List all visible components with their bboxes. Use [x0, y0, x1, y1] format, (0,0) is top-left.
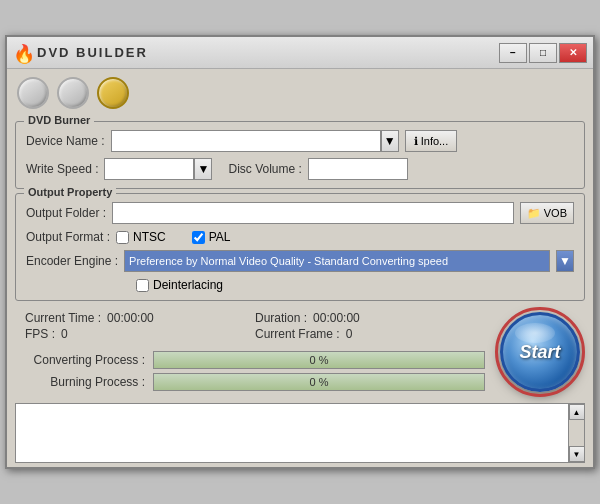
encoder-value: Preference by Normal Video Quality - Sta…	[129, 255, 448, 267]
output-property-label: Output Property	[24, 186, 116, 198]
output-property-section: Output Property Output Folder : c:\Temp\…	[15, 193, 585, 301]
device-name-input[interactable]	[111, 130, 381, 152]
start-button-label: Start	[519, 342, 560, 363]
burning-process-label: Burning Process :	[25, 375, 145, 389]
deinterlacing-label: Deinterlacing	[153, 278, 223, 292]
encoder-select[interactable]: Preference by Normal Video Quality - Sta…	[124, 250, 550, 272]
stats-left: Current Time : 00:00:00 Duration : 00:00…	[15, 305, 495, 399]
write-speed-row: Write Speed : ▼ Disc Volume : DVD_DISC	[26, 158, 574, 180]
dvd-burner-label: DVD Burner	[24, 114, 94, 126]
vob-button[interactable]: 📁 VOB	[520, 202, 574, 224]
start-button[interactable]: Start	[500, 312, 580, 392]
deinterlacing-checkbox-label[interactable]: Deinterlacing	[136, 278, 223, 292]
title-bar: 🔥 DVD BUILDER − □ ✕	[7, 37, 593, 69]
info-button[interactable]: ℹ Info...	[405, 130, 458, 152]
folder-icon: 📁	[527, 207, 541, 220]
vob-btn-label: VOB	[544, 207, 567, 219]
device-name-label: Device Name :	[26, 134, 105, 148]
stats-start-section: Current Time : 00:00:00 Duration : 00:00…	[7, 305, 593, 399]
burning-process-row: Burning Process : 0 %	[25, 373, 485, 391]
encoder-engine-row: Encoder Engine : Preference by Normal Vi…	[26, 250, 574, 272]
duration-value: 00:00:00	[313, 311, 360, 325]
output-folder-label: Output Folder :	[26, 206, 106, 220]
write-speed-select[interactable]	[104, 158, 194, 180]
device-name-row: Device Name : ▼ ℹ Info...	[26, 130, 574, 152]
circle-button-2[interactable]	[57, 77, 89, 109]
close-button[interactable]: ✕	[559, 43, 587, 63]
disc-volume-input[interactable]: DVD_DISC	[308, 158, 408, 180]
write-speed-dropdown-arrow[interactable]: ▼	[194, 158, 212, 180]
current-frame-value: 0	[346, 327, 353, 341]
encoder-engine-label: Encoder Engine :	[26, 254, 118, 268]
current-frame-label: Current Frame :	[255, 327, 340, 341]
write-speed-label: Write Speed :	[26, 162, 98, 176]
start-button-area: Start	[495, 305, 585, 399]
pal-checkbox-label[interactable]: PAL	[192, 230, 231, 244]
disc-volume-label: Disc Volume :	[228, 162, 301, 176]
write-speed-input-group: ▼	[104, 158, 212, 180]
duration-label: Duration :	[255, 311, 307, 325]
output-format-row: Output Format : NTSC PAL	[26, 230, 574, 244]
title-bar-buttons: − □ ✕	[499, 43, 587, 63]
top-controls	[7, 69, 593, 117]
current-time-row: Current Time : 00:00:00	[25, 311, 255, 325]
window-title: DVD BUILDER	[37, 45, 148, 60]
current-time-value: 00:00:00	[107, 311, 154, 325]
info-icon: ℹ	[414, 135, 418, 148]
main-window: 🔥 DVD BUILDER − □ ✕ DVD Burner Device Na…	[5, 35, 595, 469]
output-format-label: Output Format :	[26, 230, 110, 244]
scroll-up-arrow[interactable]: ▲	[569, 404, 585, 420]
encoder-dropdown-arrow[interactable]: ▼	[556, 250, 574, 272]
dvd-burner-section: DVD Burner Device Name : ▼ ℹ Info... Wri…	[15, 121, 585, 189]
process-bars: Converting Process : 0 % Burning Process…	[15, 347, 495, 399]
deinterlacing-checkbox[interactable]	[136, 279, 149, 292]
burning-progress-bar: 0 %	[153, 373, 485, 391]
converting-process-label: Converting Process :	[25, 353, 145, 367]
ntsc-checkbox[interactable]	[116, 231, 129, 244]
restore-button[interactable]: □	[529, 43, 557, 63]
pal-label: PAL	[209, 230, 231, 244]
log-text-area: ▲ ▼	[15, 403, 585, 463]
burning-progress-value: 0 %	[310, 376, 329, 388]
output-folder-input[interactable]: c:\Temp\	[112, 202, 514, 224]
current-frame-row: Current Frame : 0	[255, 327, 485, 341]
output-folder-row: Output Folder : c:\Temp\ 📁 VOB	[26, 202, 574, 224]
fps-value: 0	[61, 327, 68, 341]
stats-grid: Current Time : 00:00:00 Duration : 00:00…	[15, 305, 495, 347]
fps-row: FPS : 0	[25, 327, 255, 341]
pal-checkbox[interactable]	[192, 231, 205, 244]
fps-label: FPS :	[25, 327, 55, 341]
deinterlacing-row: Deinterlacing	[26, 278, 574, 292]
circle-button-3[interactable]	[97, 77, 129, 109]
minimize-button[interactable]: −	[499, 43, 527, 63]
circle-button-1[interactable]	[17, 77, 49, 109]
flame-icon: 🔥	[13, 43, 33, 63]
scroll-down-arrow[interactable]: ▼	[569, 446, 585, 462]
scrollbar-vertical[interactable]: ▲ ▼	[568, 404, 584, 462]
duration-row: Duration : 00:00:00	[255, 311, 485, 325]
title-bar-left: 🔥 DVD BUILDER	[13, 43, 148, 63]
converting-process-row: Converting Process : 0 %	[25, 351, 485, 369]
ntsc-checkbox-label[interactable]: NTSC	[116, 230, 166, 244]
converting-progress-value: 0 %	[310, 354, 329, 366]
device-dropdown-arrow[interactable]: ▼	[381, 130, 399, 152]
ntsc-label: NTSC	[133, 230, 166, 244]
info-btn-label: Info...	[421, 135, 449, 147]
current-time-label: Current Time :	[25, 311, 101, 325]
device-name-input-group: ▼	[111, 130, 399, 152]
converting-progress-bar: 0 %	[153, 351, 485, 369]
